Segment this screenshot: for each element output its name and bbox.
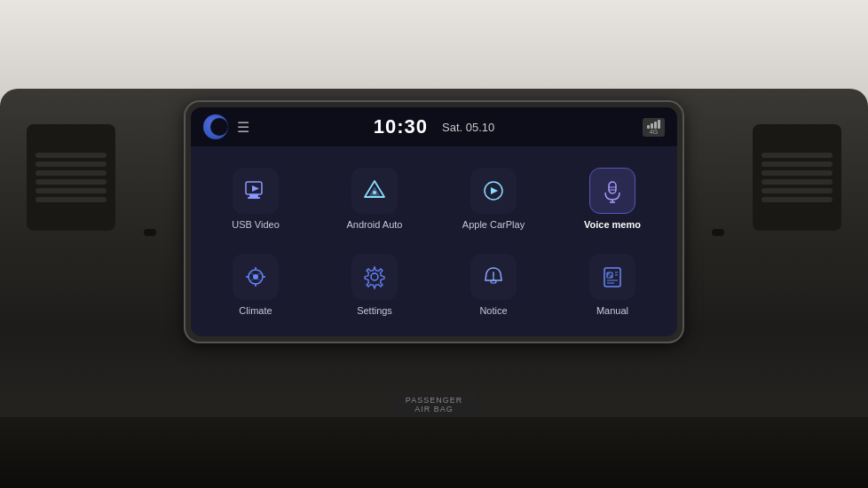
app-climate[interactable]: Climate bbox=[200, 245, 312, 324]
bezel-indicator-left bbox=[144, 229, 156, 236]
manual-label: Manual bbox=[596, 305, 628, 316]
header-right: 4G bbox=[643, 118, 665, 137]
signal-bar-3 bbox=[654, 122, 657, 129]
moon-icon bbox=[203, 114, 228, 139]
svg-rect-1 bbox=[249, 194, 258, 197]
manual-icon-wrap bbox=[589, 254, 635, 300]
apple-carplay-icon-wrap bbox=[470, 168, 517, 214]
svg-rect-31 bbox=[610, 275, 612, 278]
app-manual[interactable]: Manual bbox=[556, 245, 668, 324]
app-apple-carplay[interactable]: Apple CarPlay bbox=[438, 159, 549, 238]
airbag-line1: PASSENGER bbox=[406, 396, 462, 405]
settings-label: Settings bbox=[357, 305, 392, 316]
svg-point-6 bbox=[373, 191, 376, 194]
app-settings[interactable]: Settings bbox=[319, 245, 430, 324]
svg-point-15 bbox=[253, 274, 258, 279]
header-left: ☰ bbox=[203, 114, 249, 139]
apple-carplay-label: Apple CarPlay bbox=[462, 219, 525, 230]
dashboard: ☰ 10:30 Sat. 05.10 4G bbox=[0, 0, 868, 488]
android-auto-icon-wrap bbox=[351, 168, 398, 214]
left-vent bbox=[27, 124, 115, 231]
voice-memo-icon-wrap bbox=[589, 168, 635, 214]
svg-marker-3 bbox=[252, 185, 259, 192]
signal-bar-4 bbox=[658, 120, 660, 129]
apps-grid: USB Video Android Auto bbox=[191, 146, 677, 336]
screen-bezel: ☰ 10:30 Sat. 05.10 4G bbox=[185, 102, 683, 342]
signal-bars bbox=[647, 120, 660, 129]
clock-display: 10:30 bbox=[374, 115, 428, 138]
svg-rect-30 bbox=[607, 272, 610, 275]
app-notice[interactable]: Notice bbox=[438, 245, 549, 324]
usb-video-label: USB Video bbox=[232, 219, 280, 230]
svg-marker-8 bbox=[491, 187, 498, 194]
signal-indicator: 4G bbox=[643, 118, 665, 137]
svg-rect-2 bbox=[248, 197, 260, 199]
svg-rect-21 bbox=[491, 280, 496, 283]
date-display: Sat. 05.10 bbox=[442, 121, 494, 134]
bottom-bar bbox=[0, 417, 868, 488]
app-android-auto[interactable]: Android Auto bbox=[319, 159, 430, 238]
svg-point-20 bbox=[371, 273, 378, 280]
right-vent bbox=[753, 124, 841, 231]
settings-icon-wrap bbox=[351, 254, 398, 300]
notice-label: Notice bbox=[479, 305, 507, 316]
signal-label: 4G bbox=[650, 129, 658, 135]
usb-video-icon-wrap bbox=[233, 168, 279, 214]
menu-icon[interactable]: ☰ bbox=[237, 119, 249, 136]
voice-memo-label: Voice memo bbox=[584, 219, 641, 230]
climate-label: Climate bbox=[239, 305, 272, 316]
header-center: 10:30 Sat. 05.10 bbox=[374, 115, 495, 138]
climate-icon-wrap bbox=[233, 254, 279, 300]
notice-icon-wrap bbox=[470, 254, 517, 300]
svg-point-23 bbox=[493, 278, 494, 279]
android-auto-label: Android Auto bbox=[347, 219, 403, 230]
bezel-indicator-right bbox=[712, 229, 724, 236]
infotainment-screen[interactable]: ☰ 10:30 Sat. 05.10 4G bbox=[191, 107, 677, 336]
app-usb-video[interactable]: USB Video bbox=[200, 159, 312, 238]
app-voice-memo[interactable]: Voice memo bbox=[556, 159, 668, 238]
airbag-label: PASSENGER AIR BAG bbox=[391, 392, 477, 417]
airbag-line2: AIR BAG bbox=[406, 405, 462, 413]
screen-header: ☰ 10:30 Sat. 05.10 4G bbox=[191, 107, 677, 146]
